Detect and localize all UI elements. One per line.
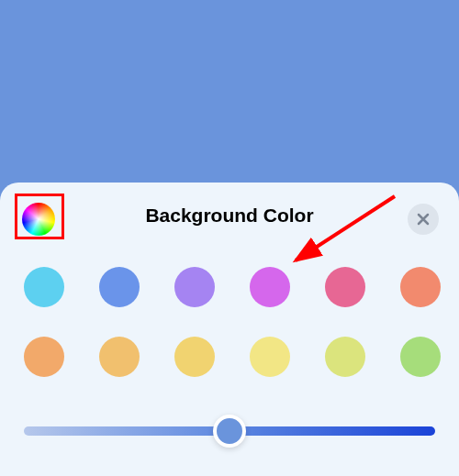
color-wheel-button[interactable] [20, 201, 57, 238]
swatch-green[interactable] [400, 337, 441, 377]
slider-thumb[interactable] [213, 415, 246, 448]
close-button[interactable] [408, 204, 439, 235]
swatch-lime[interactable] [325, 337, 365, 377]
close-icon [417, 213, 430, 226]
swatch-coral[interactable] [400, 267, 441, 307]
swatch-orange[interactable] [24, 337, 64, 377]
swatch-purple[interactable] [174, 267, 215, 307]
swatch-pink[interactable] [325, 267, 365, 307]
panel-title: Background Color [145, 205, 313, 227]
swatch-gold[interactable] [174, 337, 215, 377]
brightness-slider[interactable] [24, 415, 435, 447]
swatch-magenta[interactable] [250, 267, 290, 307]
color-wheel-icon [22, 203, 55, 236]
swatch-blue[interactable] [99, 267, 140, 307]
color-picker-panel: Background Color [0, 183, 459, 476]
swatch-cyan[interactable] [24, 267, 64, 307]
panel-header: Background Color [20, 199, 439, 239]
swatch-yellow[interactable] [250, 337, 290, 377]
color-swatches-grid [20, 267, 439, 377]
swatch-amber[interactable] [99, 337, 140, 377]
